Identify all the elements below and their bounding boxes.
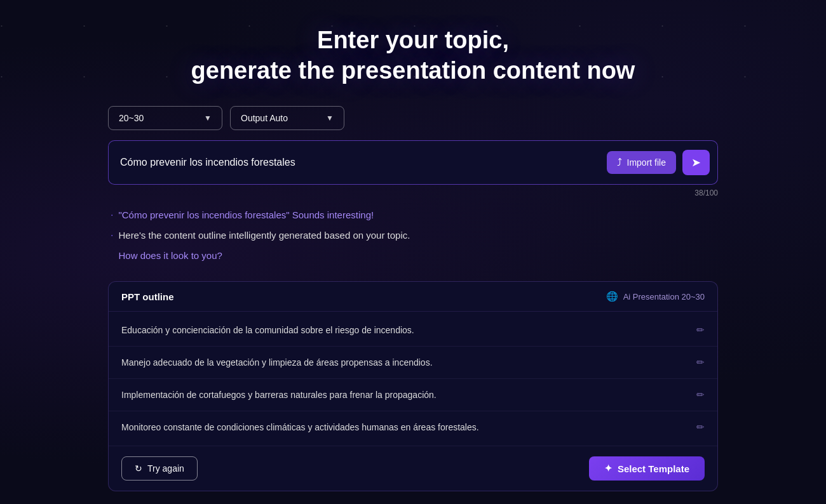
try-again-label: Try again	[147, 463, 184, 474]
assistant-messages: · "Cómo prevenir los incendios forestale…	[108, 208, 718, 269]
outline-item: Educación y concienciación de la comunid…	[109, 314, 717, 347]
import-icon: ⤴	[617, 157, 622, 168]
input-section: ⤴ Import file ➤ 38/100	[108, 140, 718, 197]
edit-icon[interactable]: ✏	[696, 324, 705, 336]
outline-item: Implementación de cortafuegos y barreras…	[109, 379, 717, 411]
select-template-button[interactable]: ✦ Select Template	[589, 456, 705, 481]
outline-item-text: Monitoreo constante de condiciones climá…	[121, 422, 479, 432]
outline-items-list: Educación y concienciación de la comunid…	[109, 312, 717, 446]
send-icon: ➤	[691, 156, 701, 169]
edit-icon[interactable]: ✏	[696, 421, 705, 433]
ppt-outline-card: PPT outline 🌐 Ai Presentation 20~30 Educ…	[108, 281, 718, 491]
message-text-3: How does it look to you?	[118, 248, 222, 263]
outline-item-text: Manejo adecuado de la vegetación y limpi…	[121, 357, 433, 368]
send-button[interactable]: ➤	[682, 150, 710, 175]
globe-icon: 🌐	[606, 291, 618, 302]
topic-input-wrapper: ⤴ Import file ➤	[108, 140, 718, 185]
controls-row: 20~30 ▼ Output Auto ▼	[108, 106, 718, 130]
outline-item: Manejo adecuado de la vegetación y limpi…	[109, 347, 717, 379]
message-1: · "Cómo prevenir los incendios forestale…	[111, 208, 715, 223]
slides-range-label: 20~30	[119, 113, 144, 123]
refresh-icon: ↻	[135, 463, 142, 474]
star-icon: ✦	[604, 463, 613, 474]
slides-range-dropdown[interactable]: 20~30 ▼	[108, 106, 222, 130]
try-again-button[interactable]: ↻ Try again	[121, 456, 198, 481]
output-mode-label: Output Auto	[241, 113, 288, 123]
outline-meta: 🌐 Ai Presentation 20~30	[606, 291, 705, 302]
import-file-button[interactable]: ⤴ Import file	[607, 151, 676, 174]
outline-header: PPT outline 🌐 Ai Presentation 20~30	[109, 282, 717, 312]
char-count: 38/100	[108, 189, 718, 197]
outline-meta-label: Ai Presentation 20~30	[623, 292, 705, 302]
bullet-icon: ·	[111, 228, 113, 243]
message-text-1: "Cómo prevenir los incendios forestales"…	[118, 208, 374, 223]
chevron-down-icon: ▼	[204, 114, 212, 123]
outline-item-text: Educación y concienciación de la comunid…	[121, 325, 414, 335]
message-text-2: Here's the content outline intelligently…	[118, 228, 410, 243]
page-title: Enter your topic, generate the presentat…	[191, 25, 635, 86]
import-label: Import file	[627, 157, 666, 168]
message-2: · Here's the content outline intelligent…	[111, 228, 715, 243]
output-mode-dropdown[interactable]: Output Auto ▼	[230, 106, 344, 130]
bullet-icon: ·	[111, 208, 113, 223]
chevron-down-icon: ▼	[326, 114, 334, 123]
message-3: · How does it look to you?	[111, 248, 715, 263]
outline-item-text: Implementación de cortafuegos y barreras…	[121, 390, 437, 400]
edit-icon[interactable]: ✏	[696, 389, 705, 401]
outline-footer: ↻ Try again ✦ Select Template	[109, 446, 717, 491]
topic-input[interactable]	[120, 157, 600, 168]
select-template-label: Select Template	[618, 463, 689, 474]
edit-icon[interactable]: ✏	[696, 357, 705, 368]
outline-item: Monitoreo constante de condiciones climá…	[109, 411, 717, 443]
outline-title: PPT outline	[121, 291, 174, 302]
